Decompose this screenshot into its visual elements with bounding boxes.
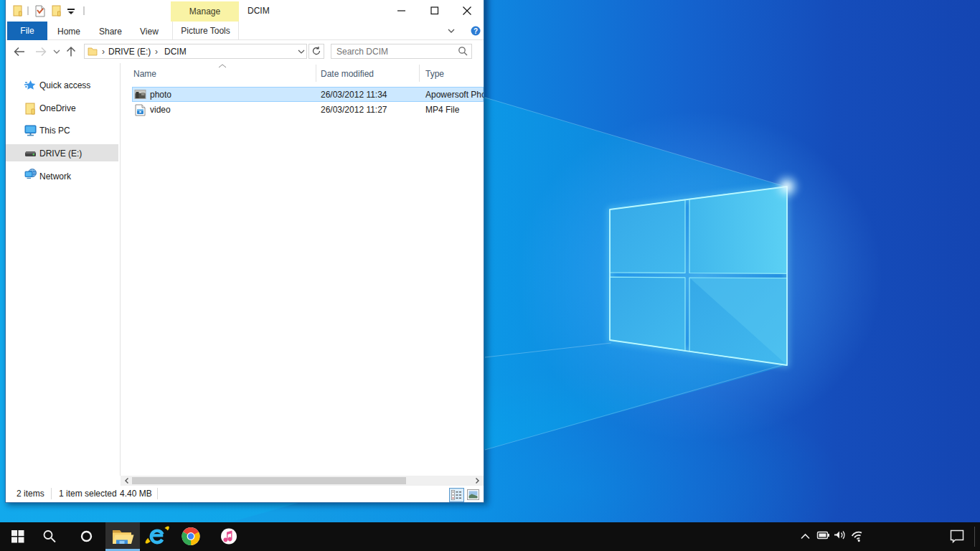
- svg-text:?: ?: [473, 27, 478, 35]
